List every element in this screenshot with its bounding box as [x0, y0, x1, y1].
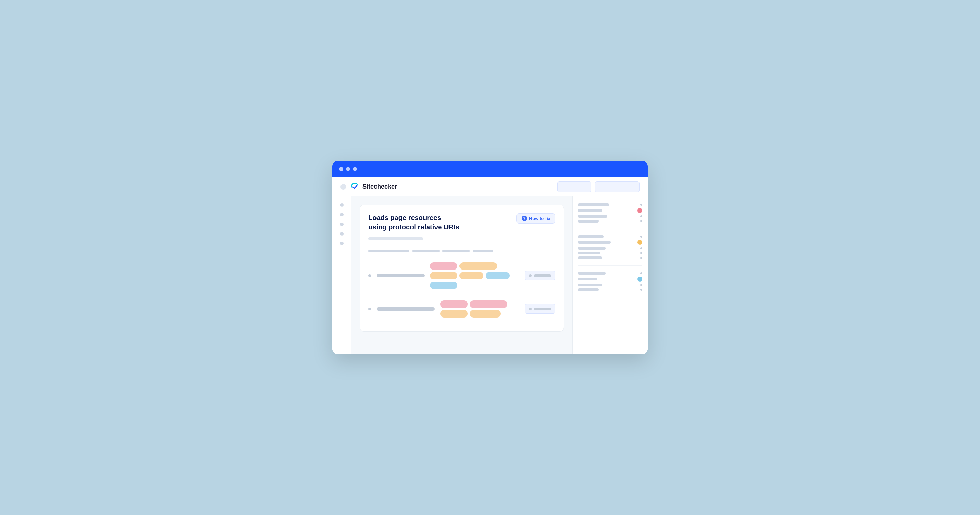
panel-group-1	[578, 203, 642, 223]
row-indicator	[368, 274, 371, 277]
panel-bar	[578, 235, 604, 238]
panel-bar	[578, 203, 609, 206]
panel-bar	[578, 241, 611, 244]
sidebar-dot-1	[340, 203, 344, 207]
panel-divider	[578, 265, 642, 266]
panel-bar	[578, 256, 602, 259]
panel-bar	[578, 252, 600, 254]
browser-navbar: Sitechecker	[332, 177, 648, 197]
table-row	[368, 295, 555, 323]
browser-dot-1	[339, 167, 343, 171]
panel-row	[578, 203, 642, 206]
panel-row	[578, 284, 642, 286]
nav-buttons	[557, 181, 640, 192]
panel-dot	[640, 272, 642, 274]
panel-dot	[640, 284, 642, 286]
panel-row	[578, 235, 642, 238]
panel-bar	[578, 272, 606, 275]
sidebar-dot-2	[340, 213, 344, 216]
panel-badge-orange	[638, 240, 642, 245]
panel-bar	[578, 278, 597, 280]
panel-dot	[640, 235, 642, 238]
action-dot	[529, 308, 532, 310]
tag-blue	[485, 272, 509, 280]
panel-divider	[578, 229, 642, 229]
panel-row	[578, 256, 642, 259]
tag-orange	[460, 262, 497, 270]
browser-window: Sitechecker Loads page resources using	[332, 161, 648, 354]
panel-dot	[640, 215, 642, 218]
panel-bar	[578, 220, 599, 223]
panel-bar	[578, 284, 602, 286]
table-header-row	[368, 247, 555, 256]
panel-badge-blue	[638, 277, 642, 281]
right-panel	[572, 197, 648, 354]
card-title: Loads page resources using protocol rela…	[368, 213, 460, 232]
browser-dot-3	[353, 167, 357, 171]
action-dot	[529, 274, 532, 277]
row-tags	[430, 262, 519, 289]
panel-row	[578, 208, 642, 213]
table-header-col4	[473, 250, 493, 252]
row-url-bar	[377, 274, 425, 277]
panel-dot	[640, 203, 642, 206]
sidebar-dot-3	[340, 223, 344, 226]
panel-dot	[640, 247, 642, 249]
panel-row	[578, 272, 642, 275]
nav-button-2[interactable]	[595, 181, 640, 192]
card-subtitle-bar	[368, 237, 423, 240]
panel-bar	[578, 209, 602, 212]
panel-bar	[578, 288, 599, 291]
table-row	[368, 257, 555, 295]
tag-orange-3	[460, 272, 484, 280]
action-bar	[534, 274, 551, 277]
tag-blue-2	[430, 281, 457, 289]
panel-bar	[578, 247, 606, 250]
panel-bar	[578, 215, 607, 218]
how-to-fix-label: How to fix	[529, 216, 550, 221]
panel-dot	[640, 257, 642, 259]
browser-titlebar	[332, 161, 648, 177]
logo-area: Sitechecker	[350, 182, 553, 192]
sidebar-dot-4	[340, 232, 344, 235]
table-header-col3	[442, 250, 470, 252]
how-to-fix-icon: ?	[522, 216, 527, 221]
table-header-col1	[368, 250, 409, 252]
card-header: Loads page resources using protocol rela…	[368, 213, 555, 232]
browser-content: Loads page resources using protocol rela…	[332, 197, 648, 354]
row-indicator	[368, 308, 371, 310]
panel-row	[578, 277, 642, 281]
browser-dots	[339, 167, 357, 171]
tag-orange-2	[430, 272, 457, 280]
tag-pink	[430, 262, 457, 270]
panel-row	[578, 247, 642, 250]
panel-row	[578, 215, 642, 218]
logo-text: Sitechecker	[363, 183, 397, 190]
card-title-line2: using protocol relative URIs	[368, 223, 460, 232]
tag-pink	[440, 300, 468, 308]
row-url-bar	[377, 307, 435, 311]
panel-row	[578, 288, 642, 291]
panel-group-2	[578, 235, 642, 259]
main-card: Loads page resources using protocol rela…	[360, 205, 564, 332]
tag-pink-2	[470, 300, 508, 308]
panel-dot	[640, 220, 642, 222]
how-to-fix-button[interactable]: ? How to fix	[516, 213, 555, 224]
card-title-line1: Loads page resources	[368, 213, 460, 223]
sidebar	[332, 197, 352, 354]
browser-dot-2	[346, 167, 350, 171]
panel-group-3	[578, 272, 642, 291]
row-tags	[440, 300, 519, 318]
sidebar-dot-5	[340, 242, 344, 245]
table-header-col2	[412, 250, 440, 252]
panel-badge-red	[638, 208, 642, 213]
logo-icon	[350, 182, 360, 192]
panel-row	[578, 252, 642, 254]
nav-circle	[340, 184, 346, 190]
row-action-button-1[interactable]	[525, 271, 555, 280]
action-bar	[534, 308, 551, 310]
tag-orange-2	[470, 310, 501, 318]
nav-button-1[interactable]	[557, 181, 592, 192]
row-action-button-2[interactable]	[525, 304, 555, 314]
panel-row	[578, 240, 642, 245]
